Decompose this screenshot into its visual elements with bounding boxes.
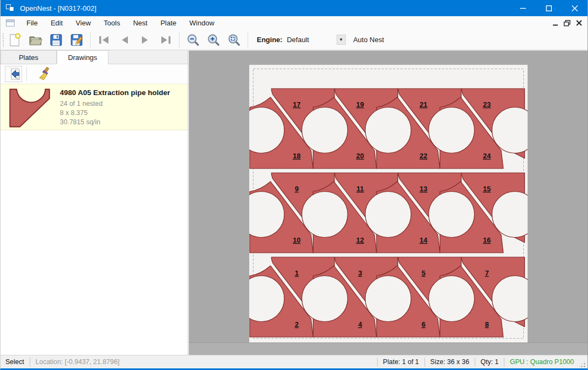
drawings-toolbar	[1, 64, 188, 84]
engine-combobox[interactable]: Default	[287, 36, 337, 44]
status-gpu: GPU : Quadro P1000	[510, 358, 574, 366]
menu-edit[interactable]: Edit	[44, 17, 69, 29]
status-mode: Select	[5, 358, 24, 366]
part-number-label: 10	[293, 236, 300, 244]
status-separator	[425, 358, 425, 367]
last-plate-button[interactable]	[156, 32, 175, 48]
canvas-horizontal-scrollbar[interactable]	[189, 342, 587, 355]
save-button[interactable]	[47, 32, 65, 48]
first-plate-button[interactable]	[95, 32, 113, 48]
plate-sheet[interactable]: 171819202122232491011121314151612345678	[249, 65, 528, 342]
part-number-label: 15	[483, 185, 490, 193]
part-thumbnail	[5, 88, 54, 126]
mdi-restore-icon[interactable]	[564, 20, 571, 26]
toolbar-grip[interactable]	[2, 33, 5, 47]
part-number-label: 5	[421, 269, 425, 277]
status-bar: Select Location: [-0.9437, 21.8796] Plat…	[1, 355, 587, 368]
previous-plate-button[interactable]	[115, 32, 134, 48]
part-number-label: 9	[295, 185, 298, 193]
part-number-label: 24	[483, 152, 491, 160]
part-number-label: 3	[358, 269, 362, 277]
toolbar-separator	[179, 32, 180, 48]
maximize-icon	[546, 5, 552, 11]
minimize-icon	[520, 5, 526, 11]
side-panel: Plates Drawings	[1, 50, 188, 355]
previous-plate-icon	[118, 35, 131, 45]
mdi-close-icon[interactable]	[576, 20, 582, 26]
zoom-out-button[interactable]	[184, 32, 202, 48]
title-bar: OpenNest - [N0317-002]	[1, 0, 587, 16]
part-number-label: 20	[356, 152, 364, 160]
panel-toolbar-separator	[26, 67, 27, 81]
toolbar-separator	[90, 32, 91, 48]
resize-grip[interactable]	[578, 360, 586, 368]
close-icon	[572, 5, 578, 11]
tab-plates[interactable]: Plates	[1, 50, 57, 64]
save-as-button[interactable]	[67, 32, 86, 48]
panel-tabs: Plates Drawings	[1, 50, 188, 64]
part-number-label: 16	[483, 236, 490, 244]
first-plate-icon	[98, 35, 111, 45]
zoom-out-icon	[187, 33, 200, 46]
status-separator	[504, 358, 504, 367]
open-button[interactable]	[26, 32, 45, 48]
import-drawing-button[interactable]	[5, 66, 22, 82]
part-number-label: 4	[358, 320, 363, 328]
tab-drawings[interactable]: Drawings	[57, 50, 108, 64]
status-plate: Plate: 1 of 1	[383, 358, 419, 366]
part-number-label: 14	[420, 236, 428, 244]
part-number-label: 23	[483, 100, 490, 109]
part-number-label: 1	[295, 269, 298, 277]
open-folder-icon	[29, 33, 43, 46]
status-qty: Qty: 1	[481, 358, 498, 366]
zoom-fit-button[interactable]	[225, 32, 243, 48]
drawing-title: 4980 A05 Extraction pipe holder	[60, 89, 170, 97]
menu-nest[interactable]: Nest	[127, 17, 154, 29]
zoom-in-icon	[207, 33, 220, 46]
mdi-child-icon[interactable]	[6, 19, 15, 26]
engine-label: Engine:	[257, 36, 283, 44]
zoom-in-button[interactable]	[204, 32, 223, 48]
menu-file[interactable]: File	[20, 17, 44, 29]
part-number-label: 6	[421, 320, 425, 328]
status-separator	[30, 358, 30, 367]
status-separator	[475, 358, 475, 367]
status-separator	[377, 358, 378, 367]
clean-button[interactable]	[36, 66, 53, 82]
part-number-label: 2	[295, 320, 298, 328]
minimize-button[interactable]	[510, 0, 536, 16]
drawing-list-item[interactable]: 4980 A05 Extraction pipe holder 24 of 1 …	[1, 84, 188, 130]
drawing-size: 8 x 8.375	[60, 109, 170, 118]
window-title: OpenNest - [N0317-002]	[20, 4, 97, 12]
new-document-icon	[9, 33, 22, 47]
nest-layout: 171819202122232491011121314151612345678	[249, 65, 528, 342]
part-shape-icon	[7, 86, 52, 128]
maximize-button[interactable]	[536, 0, 562, 16]
close-button[interactable]	[562, 0, 587, 16]
app-logo-icon	[6, 4, 16, 12]
part-number-label: 21	[420, 100, 427, 109]
clean-icon	[37, 67, 51, 81]
part-number-label: 13	[420, 185, 427, 193]
toolbar-separator	[248, 32, 248, 48]
menu-view[interactable]: View	[69, 17, 97, 29]
save-as-icon	[70, 33, 83, 46]
next-plate-button[interactable]	[136, 32, 154, 48]
next-plate-icon	[139, 35, 152, 45]
menu-window[interactable]: Window	[183, 17, 221, 29]
auto-nest-button[interactable]: Auto Nest	[353, 36, 384, 44]
import-drawing-icon	[6, 67, 20, 81]
new-document-button[interactable]	[6, 32, 24, 48]
main-toolbar: Engine: Default ▼ Auto Nest	[1, 30, 587, 50]
status-location: Location: [-0.9437, 21.8796]	[36, 358, 120, 366]
menu-tools[interactable]: Tools	[97, 17, 126, 29]
nest-canvas[interactable]: 171819202122232491011121314151612345678	[189, 50, 587, 355]
menu-plate[interactable]: Plate	[154, 17, 183, 29]
part-number-label: 12	[356, 236, 364, 244]
engine-dropdown-arrow[interactable]: ▼	[337, 35, 346, 45]
drawing-nested-count: 24 of 1 nested	[60, 99, 170, 109]
last-plate-icon	[159, 35, 172, 45]
status-size: Size: 36 x 36	[430, 358, 469, 366]
mdi-minimize-icon[interactable]	[553, 21, 558, 26]
part-number-label: 7	[485, 269, 489, 277]
